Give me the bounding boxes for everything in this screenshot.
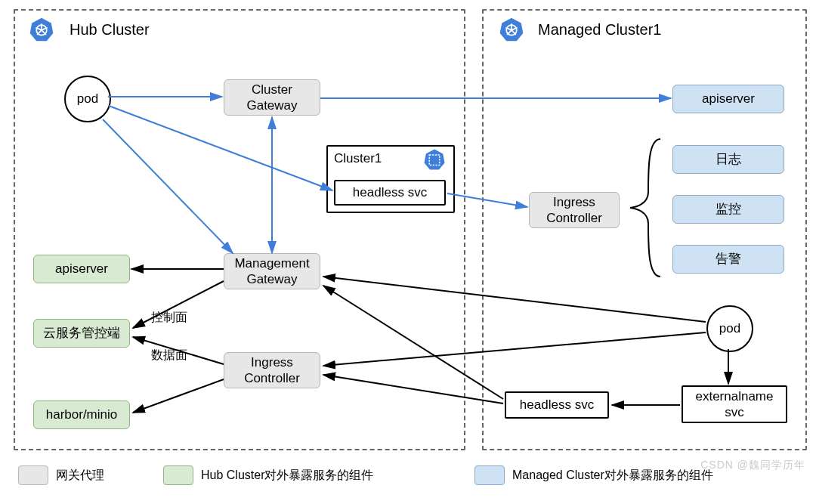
ingress-ctrl-mgd-node: Ingress Controller: [529, 192, 620, 228]
mgd-logs-node: 日志: [672, 145, 784, 174]
cluster-gateway-label: Cluster Gateway: [246, 82, 297, 114]
swatch-blue: [474, 465, 505, 485]
swatch-gray: [18, 465, 48, 485]
watermark-text: CSDN @魏同学历年: [700, 459, 805, 472]
harbor-minio-label: harbor/minio: [46, 407, 118, 422]
legend-gateway-proxy: 网关代理: [18, 465, 104, 485]
cluster-gateway-node: Cluster Gateway: [224, 79, 320, 116]
ingress-ctrl-hub-node: Ingress Controller: [224, 352, 320, 388]
headless-svc-mgd-node: headless svc: [505, 391, 609, 419]
data-plane-edge-label: 数据面: [151, 348, 187, 363]
ctrl-plane-edge-label: 控制面: [151, 310, 187, 326]
externalname-svc-node: externalname svc: [682, 385, 787, 423]
swatch-green: [163, 465, 193, 485]
legend-hub-exposed-label: Hub Cluster对外暴露服务的组件: [201, 468, 373, 484]
mgd-logs-label: 日志: [716, 151, 741, 167]
externalname-svc-label: externalname svc: [695, 388, 773, 421]
mgd-pod-node: pod: [706, 305, 753, 352]
legend-managed-exposed-label: Managed Cluster对外暴露服务的组件: [512, 468, 713, 484]
cloud-admin-node: 云服务管控端: [33, 319, 130, 348]
legend-managed-exposed: Managed Cluster对外暴露服务的组件: [474, 465, 713, 485]
apiserver-mgd-node: apiserver: [672, 85, 784, 113]
ingress-ctrl-mgd-label: Ingress Controller: [546, 194, 602, 227]
cloud-admin-label: 云服务管控端: [43, 325, 120, 341]
hub-pod-node: pod: [64, 76, 111, 122]
hub-cluster-label: Hub Cluster: [70, 21, 150, 39]
apiserver-hub-label: apiserver: [55, 261, 108, 277]
apiserver-mgd-label: apiserver: [702, 91, 755, 107]
svg-marker-14: [425, 150, 445, 170]
mgd-monitor-label: 监控: [716, 201, 741, 217]
cluster1-name-label: Cluster1: [334, 151, 382, 166]
headless-svc-hub-node: headless svc: [334, 180, 446, 206]
legend-gateway-proxy-label: 网关代理: [56, 468, 104, 484]
mgd-alert-label: 告警: [716, 251, 741, 267]
kubernetes-icon: [29, 17, 54, 45]
ingress-ctrl-hub-label: Ingress Controller: [244, 354, 300, 387]
managed-cluster-label: Managed Cluster1: [538, 21, 661, 39]
headless-svc-mgd-label: headless svc: [520, 397, 594, 413]
diagram-root: { "clusters": { "hub": { "label": "Hub C…: [0, 0, 816, 504]
headless-svc-hub-label: headless svc: [353, 184, 427, 200]
kubernetes-icon: [499, 17, 524, 45]
apiserver-hub-node: apiserver: [33, 255, 130, 283]
legend-hub-exposed: Hub Cluster对外暴露服务的组件: [163, 465, 373, 485]
mgmt-gateway-label: Management Gateway: [234, 255, 309, 288]
kubernetes-icon: [423, 148, 446, 174]
brace-icon: [627, 136, 669, 283]
mgmt-gateway-node: Management Gateway: [224, 253, 320, 289]
mgd-monitor-node: 监控: [672, 195, 784, 224]
harbor-minio-node: harbor/minio: [33, 400, 130, 429]
mgd-alert-node: 告警: [672, 245, 784, 274]
mgd-pod-label: pod: [719, 321, 740, 336]
hub-pod-label: pod: [77, 91, 98, 107]
